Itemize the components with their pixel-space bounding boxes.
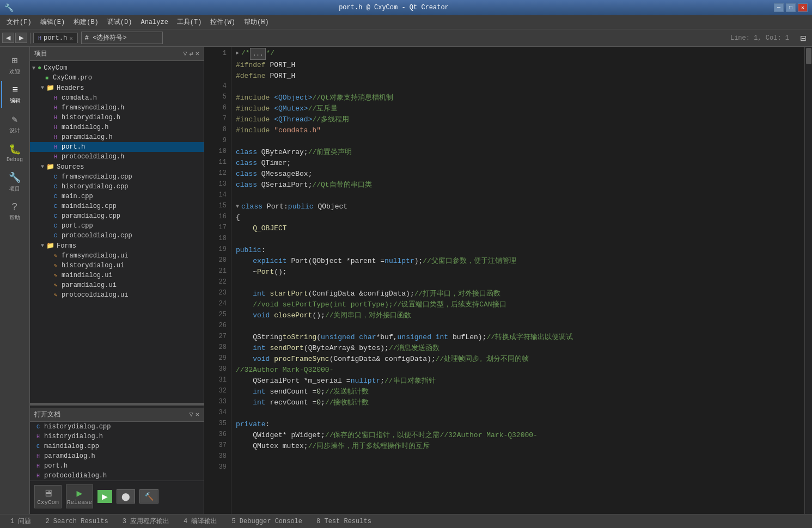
nav-fwd-button[interactable]: ▶ [15, 33, 27, 43]
tree-item-protocoldialog-ui[interactable]: ✎ protocoldialog.ui [30, 290, 204, 300]
cpp-file-icon: C [54, 233, 57, 239]
tree-item-comdata-h[interactable]: H comdata.h [30, 93, 204, 103]
cpp-file-icon: C [54, 204, 57, 210]
code-text: startPort [270, 288, 308, 299]
open-doc-historydialog-h[interactable]: H historydialog.h [30, 432, 204, 441]
code-text: PORT_H [266, 71, 296, 82]
code-text: //32Author Mark-Q32000- [236, 365, 333, 376]
tree-item-historydialog-ui[interactable]: ✎ historydialog.ui [30, 261, 204, 271]
project-build-icon[interactable]: 🖥 CxyCom [34, 485, 62, 508]
project-close-icon[interactable]: ✕ [196, 50, 199, 58]
menu-debug[interactable]: 调试(D) [103, 16, 137, 28]
build-button[interactable]: 🔨 [139, 489, 158, 504]
sidebar-item-project[interactable]: 🔧 项目 [1, 168, 28, 196]
code-text: public [288, 201, 314, 212]
nav-back-button[interactable]: ◀ [2, 33, 14, 43]
sidebar-item-welcome[interactable]: ⊞ 欢迎 [1, 51, 28, 79]
tree-item-maindialog-ui[interactable]: ✎ maindialog.ui [30, 271, 204, 280]
project-filter-icon[interactable]: ▽ [183, 50, 187, 58]
menu-file[interactable]: 文件(F) [2, 16, 36, 28]
debug-run-button[interactable]: ⬤ [117, 489, 135, 504]
file-tab-close[interactable]: ✕ [69, 35, 73, 42]
menu-help[interactable]: 帮助(H) [240, 16, 273, 28]
close-button[interactable]: ✕ [798, 3, 808, 12]
run-button[interactable]: ▶ [97, 490, 112, 503]
collapsed-indicator[interactable]: ... [250, 48, 266, 60]
tree-item-sources[interactable]: ▼ 📁 Sources [30, 162, 204, 172]
open-doc-label: maindialog.cpp [44, 443, 99, 450]
tab-search-results[interactable]: 2 Search Results [39, 516, 114, 527]
open-doc-protocoldialog-h[interactable]: H protocoldialog.h [30, 471, 204, 481]
code-text: //Qt自带的串口类 [312, 180, 371, 191]
code-text [236, 288, 253, 299]
tree-item-port-cpp[interactable]: C port.cpp [30, 221, 204, 231]
tree-item-maindialog-h[interactable]: H maindialog.h [30, 122, 204, 132]
menu-edit[interactable]: 编辑(E) [36, 16, 70, 28]
open-docs-close-icon[interactable]: ✕ [196, 410, 199, 419]
tree-item-paramdialog-h[interactable]: H paramdialog.h [30, 132, 204, 142]
tree-item-framesyncdialog-ui[interactable]: ✎ framsyncdialog.ui [30, 251, 204, 261]
menu-controls[interactable]: 控件(W) [206, 16, 240, 28]
fold-arrow[interactable]: ▶ [236, 48, 239, 59]
maximize-button[interactable]: □ [786, 3, 796, 12]
sidebar-item-edit[interactable]: ≡ 编辑 [1, 81, 28, 108]
tree-item-protocoldialog-h[interactable]: H protocoldialog.h [30, 152, 204, 162]
sidebar-item-design[interactable]: ✎ 设计 [1, 110, 28, 138]
split-button[interactable]: ⊟ [797, 32, 810, 45]
tree-item-historydialog-cpp[interactable]: C historydialog.cpp [30, 182, 204, 192]
tree-item-label: paramdialog.ui [62, 281, 117, 289]
tree-item-maindialog-cpp[interactable]: C maindialog.cpp [30, 201, 204, 211]
file-tab[interactable]: H port.h ✕ [33, 33, 78, 43]
line-num: 27 [206, 331, 227, 342]
open-doc-label: protocoldialog.h [44, 472, 107, 480]
tab-problems[interactable]: 1 问题 [4, 515, 37, 527]
tree-item-pro[interactable]: ■ CxyCom.pro [30, 73, 204, 83]
tree-item-cxycom[interactable]: ▼ ● CxyCom [30, 63, 204, 73]
menu-analyze[interactable]: Analyze [136, 17, 172, 27]
menu-tools[interactable]: 工具(T) [173, 16, 206, 28]
code-editor[interactable]: ▶ /* ... */ #ifndef PORT_H #define PORT_… [231, 47, 804, 514]
line-num: 14 [206, 189, 227, 200]
project-sync-icon[interactable]: ⇄ [190, 50, 193, 58]
open-doc-maindialog-cpp[interactable]: C maindialog.cpp [30, 441, 204, 451]
tree-item-paramdialog-ui[interactable]: ✎ paramdialog.ui [30, 280, 204, 290]
fold-arrow[interactable]: ▼ [236, 201, 239, 212]
project-panel: 项目 ▽ ⇄ ✕ ▼ ● CxyCom ■ CxyCom.pro [30, 47, 204, 514]
tree-item-port-h[interactable]: H port.h [30, 142, 204, 152]
sidebar-item-debug[interactable]: 🐛 Debug [1, 140, 28, 166]
tree-item-framesyncdialog-h[interactable]: H framsyncdialog.h [30, 103, 204, 113]
scrollbar-thumb[interactable] [806, 48, 811, 64]
editor-scrollbar[interactable] [804, 47, 812, 514]
symbol-selector[interactable]: # <选择符号> [81, 32, 163, 44]
tree-item-forms[interactable]: ▼ 📁 Forms [30, 241, 204, 251]
code-text: //同步操作，用于多线程操作时的互斥 [308, 441, 430, 452]
line-num: 13 [206, 179, 227, 189]
sidebar-item-help[interactable]: ? 帮助 [1, 198, 28, 225]
code-text: QTimer; [257, 158, 291, 169]
tree-item-historydialog-h[interactable]: H historydialog.h [30, 113, 204, 122]
line-num: 23 [206, 287, 227, 298]
minimize-button[interactable]: ─ [774, 3, 784, 12]
cpp-file-icon: C [54, 213, 57, 219]
tree-item-paramdialog-cpp[interactable]: C paramdialog.cpp [30, 211, 204, 221]
sidebar-label-edit: 编辑 [10, 97, 21, 105]
tree-item-main-cpp[interactable]: C main.cpp [30, 192, 204, 201]
menu-build[interactable]: 构建(B) [69, 16, 103, 28]
open-doc-paramdialog-h[interactable]: H paramdialog.h [30, 451, 204, 461]
tree-item-framesyncdialog-cpp[interactable]: C framsyncdialog.cpp [30, 172, 204, 182]
open-docs-filter-icon[interactable]: ▽ [190, 410, 193, 419]
open-doc-port-h[interactable]: H port.h [30, 461, 204, 471]
tab-app-output[interactable]: 3 应用程序输出 [117, 515, 175, 527]
code-text: int [436, 332, 448, 343]
tab-test-results[interactable]: 8 Test Results [310, 516, 377, 527]
tree-item-headers[interactable]: ▼ 📁 Headers [30, 83, 204, 93]
tree-item-label: protocoldialog.cpp [62, 232, 132, 240]
tree-item-protocoldialog-cpp[interactable]: C protocoldialog.cpp [30, 231, 204, 241]
code-text: //互斥量 [308, 103, 338, 114]
code-text: QString [236, 332, 283, 343]
release-selector[interactable]: ▶ Release [66, 484, 93, 508]
open-doc-historydialog-cpp[interactable]: C historydialog.cpp [30, 422, 204, 432]
project-tree: ▼ ● CxyCom ■ CxyCom.pro ▼ 📁 Headers H [30, 61, 204, 403]
tab-compile-output[interactable]: 4 编译输出 [178, 515, 223, 527]
tab-debugger-console[interactable]: 5 Debugger Console [225, 516, 308, 527]
